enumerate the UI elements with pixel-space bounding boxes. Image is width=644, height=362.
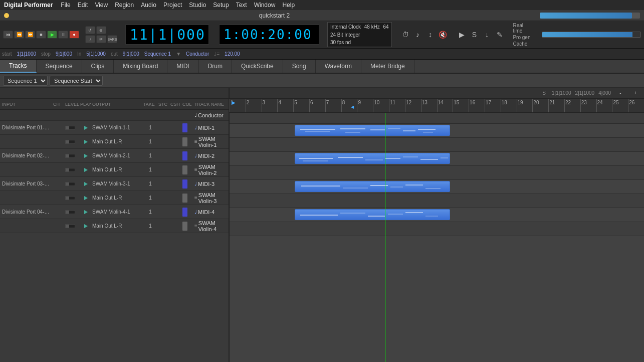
tool-7[interactable]: ↓ <box>482 29 493 40</box>
tab-bar: Tracks Sequence Clips Mixing Board MIDI … <box>0 60 644 74</box>
tab-drum[interactable]: Drum <box>199 60 232 73</box>
menu-help[interactable]: Help <box>282 2 295 9</box>
midi1-lane[interactable] <box>230 124 644 138</box>
s-label: S <box>542 90 546 96</box>
ruler-mark-22: 22 <box>564 99 572 112</box>
sync-btn[interactable]: ⇄ <box>96 35 106 43</box>
menu-window[interactable]: Window <box>254 2 276 9</box>
tool-2[interactable]: ♪ <box>412 29 423 40</box>
tool-4[interactable]: 🔇 <box>438 29 449 40</box>
midi4-output: SWAM Violin-4-1 <box>92 209 142 215</box>
window-dot <box>4 13 9 18</box>
clock-panel: Internal Clock 48 kHz 64 24 Bit Integer … <box>327 22 392 47</box>
tab-clips[interactable]: Clips <box>82 60 114 73</box>
out-val[interactable]: 9|1|000 <box>123 51 139 57</box>
ruler-mark-11: 11 <box>389 99 396 112</box>
counter-display: 11|1|000 <box>125 25 209 45</box>
col-input-header: INPUT <box>2 102 52 107</box>
tab-midi[interactable]: MIDI <box>167 60 198 73</box>
start-val[interactable]: 1|1|1000 <box>17 51 36 57</box>
menu-setup[interactable]: Setup <box>213 2 229 9</box>
midi4-lane[interactable] <box>230 208 644 222</box>
tab-waveform[interactable]: Waveform <box>316 60 361 73</box>
prev-btn[interactable]: ⏪ <box>14 31 24 39</box>
tracks-canvas <box>230 113 644 362</box>
ruler[interactable]: ▶ ◀ 123456789101112131415161718192021222… <box>230 99 644 113</box>
tool-5[interactable]: ▶ <box>457 29 468 40</box>
tool-6[interactable]: S <box>469 29 480 40</box>
menu-project[interactable]: Project <box>163 2 182 9</box>
menu-edit[interactable]: Edit <box>78 2 88 9</box>
midi3-clip[interactable] <box>295 181 450 192</box>
loop-btn[interactable]: ↺ <box>85 26 95 34</box>
stop-val[interactable]: 9|1|000 <box>56 51 72 57</box>
ruler-mark-23: 23 <box>580 99 588 112</box>
conductor-val[interactable]: Conductor <box>186 51 209 57</box>
rewind-btn[interactable]: ⏮ <box>3 31 13 39</box>
menu-audio[interactable]: Audio <box>141 2 156 9</box>
ruler-mark-21: 21 <box>548 99 556 112</box>
next-btn[interactable]: ⏩ <box>25 31 35 39</box>
zoom-btn[interactable]: - <box>615 88 626 99</box>
tool-8[interactable]: ✎ <box>494 29 505 40</box>
fit-btn[interactable]: + <box>630 88 641 99</box>
sequence-selector[interactable]: Sequence 1 <box>3 76 48 86</box>
in-val[interactable]: 5|1|1000 <box>86 51 106 57</box>
midi1-notes <box>295 125 450 135</box>
play-btn[interactable]: ▶ <box>47 31 57 39</box>
tab-meter-bridge[interactable]: Meter Bridge <box>361 60 414 73</box>
tab-quickscribe[interactable]: QuickScribe <box>232 60 283 73</box>
in-label: In <box>77 51 81 57</box>
tool-1[interactable]: ⏱ <box>400 29 411 40</box>
col-output-header: OUTPUT <box>92 102 142 107</box>
menu-view[interactable]: View <box>95 2 108 9</box>
bit-depth: 64 <box>383 24 389 30</box>
tab-mixing-board[interactable]: Mixing Board <box>114 60 167 73</box>
track-row-swam4: Main Out L-R 1 ≡ SWAM Violin-4 <box>0 219 229 233</box>
tab-song[interactable]: Song <box>283 60 316 73</box>
sequence-val[interactable]: Sequence 1 <box>144 51 171 57</box>
track-row-midi4: Divisimate Port 04-any SWAM Violin-4-1 1… <box>0 205 229 219</box>
punch-btn[interactable]: ⊕ <box>96 26 106 34</box>
col-play-header: PLAY <box>80 102 91 107</box>
menu-studio[interactable]: Studio <box>189 2 206 9</box>
app-name: Digital Performer <box>4 2 53 9</box>
tab-tracks[interactable]: Tracks <box>0 60 37 73</box>
midi2-name: ♩ MIDI-2 <box>194 153 227 159</box>
time-display: 1:00:20:00 <box>219 25 319 45</box>
position-selector[interactable]: Sequence Start <box>50 76 103 86</box>
menubar: Digital Performer File Edit View Region … <box>0 0 644 10</box>
midi3-input: Divisimate Port 03-any <box>2 181 52 187</box>
midi2-clip[interactable] <box>295 153 450 164</box>
swam1-name: ≡ SWAM Violin-1 <box>194 136 227 148</box>
timeline-pos3: 4|000 <box>598 90 611 96</box>
swam1-lane <box>230 138 644 152</box>
ruler-mark-2: 2 <box>246 99 251 112</box>
menu-file[interactable]: File <box>61 2 70 9</box>
swam2-output: Main Out L-R <box>92 167 142 172</box>
pause-btn[interactable]: ⏸ <box>58 31 68 39</box>
midi3-output: SWAM Violin-3-1 <box>92 181 142 187</box>
col-csh-header: CSH <box>170 102 181 107</box>
midi1-clip[interactable] <box>295 125 450 136</box>
record-btn[interactable]: ● <box>69 31 79 39</box>
midi4-clip[interactable] <box>295 209 450 220</box>
conductor-lane <box>230 113 644 124</box>
swam4-output: Main Out L-R <box>92 223 142 229</box>
stop-btn[interactable]: ■ <box>36 31 46 39</box>
ruler-mark-5: 5 <box>293 99 298 112</box>
menu-region[interactable]: Region <box>115 2 134 9</box>
tool-icons: ⏱ ♪ ↕ 🔇 <box>400 29 449 40</box>
midi2-lane[interactable] <box>230 152 644 166</box>
midi4-input: Divisimate Port 04-any <box>2 209 52 215</box>
bars-btn[interactable]: BARS <box>107 35 117 43</box>
track-list-header: INPUT CH LEVEL PLAY OUTPUT TAKE STC CSH … <box>0 99 229 110</box>
tempo-val[interactable]: 120.00 <box>225 51 240 57</box>
progress-bar-right <box>542 32 641 38</box>
tool-3[interactable]: ↕ <box>425 29 436 40</box>
midi3-lane[interactable] <box>230 180 644 194</box>
click-btn[interactable]: ♪ <box>85 35 95 43</box>
swam4-lane <box>230 222 644 236</box>
menu-text[interactable]: Text <box>236 2 247 9</box>
tab-sequence[interactable]: Sequence <box>37 60 82 73</box>
